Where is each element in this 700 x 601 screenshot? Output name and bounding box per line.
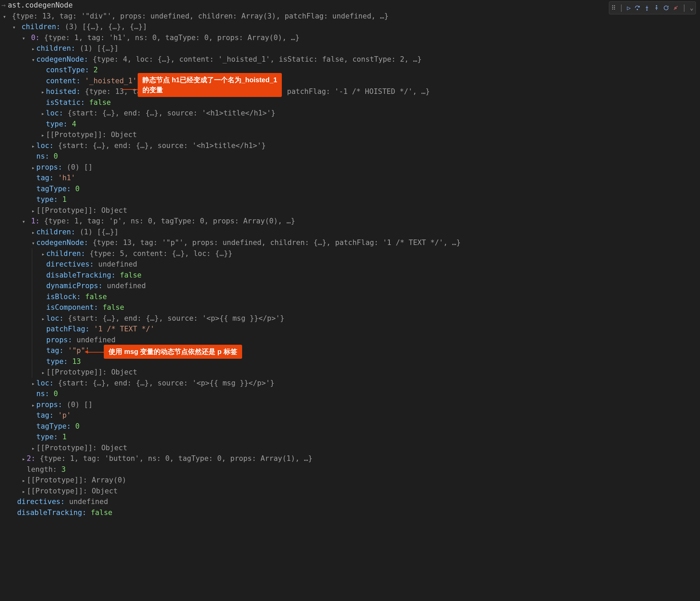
prototype-prop[interactable]: [[Prototype]]: Object bbox=[39, 367, 697, 378]
property-key: [[Prototype]]: bbox=[27, 476, 87, 484]
expand-toggle[interactable] bbox=[30, 401, 36, 409]
disconnect-icon[interactable] bbox=[673, 5, 679, 11]
prototype-prop[interactable]: [[Prototype]]: Object bbox=[19, 486, 697, 497]
ns-prop: ns: 0 bbox=[29, 151, 697, 162]
property-value: Object bbox=[101, 206, 127, 214]
props-prop[interactable]: props: (0) [] bbox=[29, 400, 697, 410]
props-prop[interactable]: props: (0) [] bbox=[29, 162, 697, 173]
tag-prop: tag: '"p"' 使用 msg 变量的动态节点依然还是 p 标签 bbox=[39, 345, 697, 356]
expand-toggle[interactable] bbox=[21, 34, 27, 42]
length-prop: length: 3 bbox=[19, 464, 697, 475]
loc-prop[interactable]: loc: {start: {…}, end: {…}, source: '<h1… bbox=[29, 140, 697, 151]
property-key: directives: bbox=[17, 498, 65, 506]
play-icon[interactable]: ▷ bbox=[627, 3, 631, 12]
patchFlag-prop: patchFlag: '1 /* TEXT */' bbox=[39, 324, 697, 335]
expand-toggle[interactable] bbox=[40, 315, 46, 323]
array-item-1[interactable]: 1: {type: 1, tag: 'p', ns: 0, tagType: 0… bbox=[19, 216, 697, 227]
drag-handle-icon[interactable]: ⠿ bbox=[611, 3, 616, 12]
property-key: type: bbox=[46, 120, 67, 128]
expand-toggle[interactable] bbox=[11, 23, 17, 32]
property-key: loc: bbox=[46, 314, 64, 322]
prototype-prop[interactable]: [[Prototype]]: Array(0) bbox=[19, 475, 697, 486]
root-node[interactable]: {type: 13, tag: '"div"', props: undefine… bbox=[0, 11, 697, 22]
disableTracking-prop: disableTracking: false bbox=[10, 507, 697, 518]
expand-toggle[interactable] bbox=[30, 45, 36, 53]
property-key: props: bbox=[46, 336, 72, 344]
expand-toggle[interactable] bbox=[30, 142, 36, 150]
expand-toggle[interactable] bbox=[30, 229, 36, 237]
property-value: 'h1' bbox=[58, 174, 75, 182]
property-key: dynamicProps: bbox=[46, 282, 102, 290]
restart-icon[interactable] bbox=[663, 5, 669, 11]
children-prop[interactable]: children: (1) [{…}] bbox=[29, 227, 697, 238]
loc-prop[interactable]: loc: {start: {…}, end: {…}, source: '<p>… bbox=[29, 378, 697, 389]
step-out-icon[interactable] bbox=[653, 5, 660, 11]
property-key: type: bbox=[46, 357, 68, 366]
expand-toggle[interactable] bbox=[40, 88, 46, 96]
codegenNode-prop[interactable]: codegenNode: {type: 4, loc: {…}, content… bbox=[29, 54, 697, 65]
type-prop: type: 4 bbox=[38, 119, 697, 130]
property-key: [[Prototype]]: bbox=[36, 444, 97, 452]
expand-toggle[interactable] bbox=[21, 477, 27, 485]
property-value: 0 bbox=[75, 185, 80, 193]
step-into-icon[interactable] bbox=[644, 5, 650, 11]
property-value: Object bbox=[111, 131, 137, 139]
expand-toggle[interactable] bbox=[30, 207, 36, 215]
props-prop: props: undefined bbox=[39, 335, 697, 346]
property-key: ns: bbox=[36, 152, 49, 160]
property-value: {type: 1, tag: 'h1', ns: 0, tagType: 0, … bbox=[44, 34, 300, 42]
expand-toggle[interactable] bbox=[1, 13, 8, 21]
prototype-prop[interactable]: [[Prototype]]: Object bbox=[38, 130, 697, 140]
expand-toggle[interactable] bbox=[30, 380, 36, 388]
property-value: 13 bbox=[72, 357, 81, 366]
expand-toggle[interactable] bbox=[21, 488, 27, 496]
tag-prop: tag: 'p' bbox=[29, 410, 697, 421]
array-item-2[interactable]: 2: {type: 1, tag: 'button', ns: 0, tagTy… bbox=[19, 453, 697, 464]
property-key: [[Prototype]]: bbox=[46, 131, 107, 139]
property-value: {type: 1, tag: 'p', ns: 0, tagType: 0, p… bbox=[44, 217, 295, 225]
expand-toggle[interactable] bbox=[30, 164, 36, 172]
property-key: disableTracking: bbox=[17, 508, 86, 517]
property-key: tag: bbox=[36, 411, 54, 419]
expand-toggle[interactable] bbox=[21, 455, 27, 463]
hoisted-prop[interactable]: hoisted: {type: 13, tag:…}, patchFlag: '… bbox=[38, 86, 697, 97]
property-key: 1: bbox=[31, 217, 40, 225]
property-key: props: bbox=[36, 163, 62, 171]
codegenNode-prop[interactable]: codegenNode: {type: 13, tag: '"p"', prop… bbox=[29, 237, 697, 248]
expand-toggle[interactable] bbox=[30, 444, 36, 453]
prototype-prop[interactable]: [[Prototype]]: Object bbox=[29, 205, 697, 216]
expand-toggle[interactable] bbox=[21, 218, 27, 226]
property-value: Object bbox=[92, 487, 118, 495]
expand-toggle[interactable] bbox=[30, 239, 36, 247]
disableTracking-prop: disableTracking: false bbox=[39, 270, 697, 281]
loc-prop[interactable]: loc: {start: {…}, end: {…}, source: '<p>… bbox=[39, 313, 697, 324]
svg-point-0 bbox=[637, 9, 637, 10]
object-summary: {type: 13, tag: '"div"', props: undefine… bbox=[12, 12, 389, 20]
svg-point-1 bbox=[646, 10, 647, 10]
children-prop[interactable]: children: {type: 5, content: {…}, loc: {… bbox=[39, 248, 697, 259]
children-prop[interactable]: children: (1) [{…}] bbox=[29, 43, 697, 54]
expand-toggle[interactable] bbox=[40, 110, 46, 118]
step-over-icon[interactable] bbox=[634, 5, 640, 11]
chevron-down-icon[interactable]: ⌄ bbox=[690, 3, 693, 12]
loc-prop[interactable]: loc: {start: {…}, end: {…}, source: '<h1… bbox=[38, 108, 697, 119]
expand-toggle[interactable] bbox=[40, 369, 46, 377]
prototype-prop[interactable]: [[Prototype]]: Object bbox=[29, 443, 697, 454]
property-value: 4 bbox=[72, 120, 76, 128]
expand-toggle[interactable] bbox=[40, 250, 46, 258]
property-value: Object bbox=[111, 368, 137, 376]
property-value: {type: 13, tag: '"p"', props: undefined,… bbox=[92, 238, 461, 247]
directives-prop: directives: undefined bbox=[10, 496, 697, 507]
property-value: false bbox=[89, 98, 111, 107]
property-key: tag: bbox=[36, 174, 54, 182]
property-key: children: bbox=[46, 249, 85, 258]
array-item-0[interactable]: 0: {type: 1, tag: 'h1', ns: 0, tagType: … bbox=[19, 33, 697, 44]
property-value: false bbox=[91, 508, 112, 517]
property-value: 1 bbox=[62, 433, 67, 441]
expand-toggle[interactable] bbox=[40, 131, 46, 139]
expand-toggle[interactable] bbox=[30, 56, 36, 64]
property-value: false bbox=[102, 303, 124, 311]
console-expression[interactable]: ast.codegenNode bbox=[8, 0, 73, 11]
property-key: isStatic: bbox=[46, 98, 85, 107]
children-array[interactable]: children: (3) [{…}, {…}, {…}] bbox=[10, 22, 697, 33]
